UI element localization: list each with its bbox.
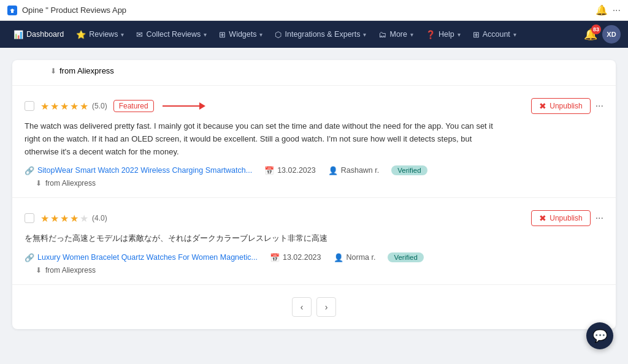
more-chevron-icon: ▾ xyxy=(410,31,413,38)
title-bar-left: Opine " Product Reviews App xyxy=(7,6,126,15)
collect-reviews-icon: ✉ xyxy=(136,30,143,39)
main-content: ⬇ from Aliexpress ★ ★ ★ ★ ★ (5.0) Feat xyxy=(0,60,628,329)
help-icon: ❓ xyxy=(426,30,435,39)
star-2-5: ★ xyxy=(80,213,88,224)
link-icon-2: 🔗 xyxy=(25,253,34,262)
review-1-meta: 🔗 SitopWear Smart Watch 2022 Wireless Ch… xyxy=(25,165,603,175)
star-2-3: ★ xyxy=(60,213,69,224)
star-2: ★ xyxy=(50,100,59,112)
collect-reviews-chevron-icon: ▾ xyxy=(204,31,207,38)
reviews-card: ⬇ from Aliexpress ★ ★ ★ ★ ★ (5.0) Feat xyxy=(12,60,616,329)
review-2-header-left: ★ ★ ★ ★ ★ (4.0) xyxy=(25,213,107,224)
review-2-more-button[interactable]: ··· xyxy=(595,213,603,224)
review-2-rating: (4.0) xyxy=(92,214,107,222)
unpublish-x-icon-2: ✖ xyxy=(539,213,546,223)
review-1-date-value: 13.02.2023 xyxy=(277,166,316,175)
review-2-text: を無料だった高速とモデルは素敵なが、それはダークカラーブレスレット非常に高速 xyxy=(25,232,503,245)
help-chevron-icon: ▾ xyxy=(458,31,461,38)
star-2-2: ★ xyxy=(50,213,59,224)
review-1-source-line: ⬇ from Aliexpress xyxy=(25,179,603,188)
app-title: Opine " Product Reviews App xyxy=(22,6,126,15)
featured-badge[interactable]: Featured xyxy=(113,100,154,112)
review-1-header: ★ ★ ★ ★ ★ (5.0) Featured xyxy=(25,98,603,114)
notification-icon[interactable]: 🔔 xyxy=(595,4,608,16)
nav-widgets[interactable]: ⊞ Widgets ▾ xyxy=(213,21,269,48)
star-5: ★ xyxy=(80,100,88,112)
review-1-stars: ★ ★ ★ ★ ★ (5.0) xyxy=(40,100,107,112)
nav-collect-reviews[interactable]: ✉ Collect Reviews ▾ xyxy=(130,21,213,48)
title-bar: Opine " Product Reviews App 🔔 ··· xyxy=(0,0,628,21)
review-1-author-name: Rashawn r. xyxy=(341,166,380,175)
review-2-product-link[interactable]: 🔗 Luxury Women Bracelet Quartz Watches F… xyxy=(25,253,258,262)
review-1-header-left: ★ ★ ★ ★ ★ (5.0) Featured xyxy=(25,100,205,112)
integrations-chevron-icon: ▾ xyxy=(363,31,366,38)
review-1-date: 📅 13.02.2023 xyxy=(264,166,316,175)
nav-more[interactable]: 🗂 More ▾ xyxy=(372,21,419,48)
calendar-icon-1: 📅 xyxy=(264,166,274,175)
star-1: ★ xyxy=(40,100,49,112)
nav-more-label: More xyxy=(389,30,407,39)
next-page-button[interactable]: › xyxy=(316,297,336,317)
review-2-date: 📅 13.02.2023 xyxy=(270,253,321,262)
review-2-meta: 🔗 Luxury Women Bracelet Quartz Watches F… xyxy=(25,252,603,262)
notification-button[interactable]: 🔔 83 xyxy=(584,28,597,41)
review-2-header: ★ ★ ★ ★ ★ (4.0) ✖ Unpublish ··· xyxy=(25,210,603,226)
person-icon-1: 👤 xyxy=(328,166,338,175)
nav-reviews-label: Reviews xyxy=(89,30,118,39)
nav-account-label: Account xyxy=(483,30,510,39)
nav-help[interactable]: ❓ Help ▾ xyxy=(419,21,467,48)
person-icon-2: 👤 xyxy=(334,253,343,262)
review-1-rating: (5.0) xyxy=(92,102,107,110)
star-3: ★ xyxy=(60,100,69,112)
widgets-chevron-icon: ▾ xyxy=(259,31,262,38)
review-1-unpublish-label: Unpublish xyxy=(550,102,582,110)
review-2-checkbox[interactable] xyxy=(25,213,34,223)
arrow-indicator xyxy=(163,102,205,110)
nav-help-label: Help xyxy=(438,30,454,39)
prev-page-button[interactable]: ‹ xyxy=(292,297,312,317)
review-row-2: ★ ★ ★ ★ ★ (4.0) ✖ Unpublish ··· を xyxy=(12,198,616,285)
download-icon-prev: ⬇ xyxy=(50,67,56,75)
download-icon-2: ⬇ xyxy=(36,266,42,275)
review-2-stars: ★ ★ ★ ★ ★ (4.0) xyxy=(40,213,107,224)
review-1-more-button[interactable]: ··· xyxy=(595,100,603,112)
review-1-source: from Aliexpress xyxy=(45,179,96,188)
review-1-verified-badge: Verified xyxy=(391,165,427,175)
review-1-unpublish-button[interactable]: ✖ Unpublish xyxy=(531,98,590,114)
nav-reviews[interactable]: ⭐ Reviews ▾ xyxy=(70,21,130,48)
navbar: 📊 Dashboard ⭐ Reviews ▾ ✉ Collect Review… xyxy=(0,21,628,48)
navbar-right: 🔔 83 XD xyxy=(584,25,621,44)
review-2-date-value: 13.02.2023 xyxy=(283,253,321,262)
prev-source-text: from Aliexpress xyxy=(59,66,114,75)
review-1-actions: ✖ Unpublish ··· xyxy=(531,98,603,114)
integrations-icon: ⬡ xyxy=(275,30,281,39)
review-2-author: 👤 Norma r. xyxy=(334,253,376,262)
nav-dashboard-label: Dashboard xyxy=(26,30,64,39)
widgets-icon: ⊞ xyxy=(219,30,226,39)
review-1-product-link[interactable]: 🔗 SitopWear Smart Watch 2022 Wireless Ch… xyxy=(25,166,252,175)
title-bar-right: 🔔 ··· xyxy=(595,4,621,16)
review-2-source: from Aliexpress xyxy=(45,266,96,275)
dashboard-icon: 📊 xyxy=(13,30,23,39)
pagination: ‹ › xyxy=(12,285,616,329)
star-2-1: ★ xyxy=(40,213,49,224)
prev-source-line: ⬇ from Aliexpress xyxy=(39,66,603,75)
app-icon xyxy=(7,6,17,15)
account-chevron-icon: ▾ xyxy=(513,31,516,38)
chat-icon: 💬 xyxy=(592,328,608,341)
nav-integrations[interactable]: ⬡ Integrations & Experts ▾ xyxy=(269,21,372,48)
review-2-actions: ✖ Unpublish ··· xyxy=(531,210,603,226)
review-1-checkbox[interactable] xyxy=(25,101,34,111)
review-2-unpublish-button[interactable]: ✖ Unpublish xyxy=(531,210,590,226)
user-avatar[interactable]: XD xyxy=(602,25,621,44)
star-4: ★ xyxy=(70,100,78,112)
review-2-verified-badge: Verified xyxy=(388,252,423,262)
more-options-icon[interactable]: ··· xyxy=(613,5,621,16)
star-2-4: ★ xyxy=(70,213,78,224)
review-1-product-name: SitopWear Smart Watch 2022 Wireless Char… xyxy=(37,166,252,175)
nav-account[interactable]: ⊞ Account ▾ xyxy=(467,21,523,48)
nav-dashboard[interactable]: 📊 Dashboard xyxy=(7,21,70,48)
more-icon: 🗂 xyxy=(378,30,386,39)
review-2-unpublish-label: Unpublish xyxy=(550,214,582,222)
prev-review-footer: ⬇ from Aliexpress xyxy=(12,60,616,86)
